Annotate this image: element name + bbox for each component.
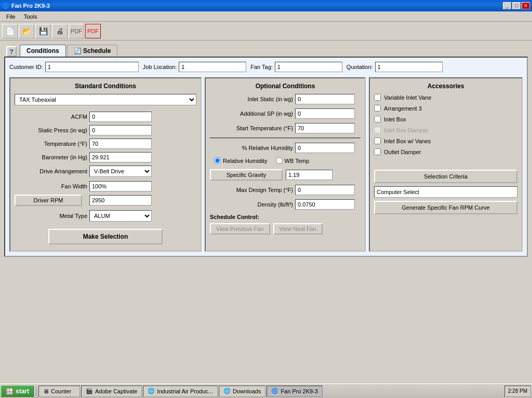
accessory-inlet-box-damper: Inlet Box Damper bbox=[374, 127, 517, 133]
outlet-damper-label: Outlet Damper bbox=[384, 149, 421, 155]
schedule-icon: 🔄 bbox=[74, 47, 82, 54]
app-icon: 🌀 bbox=[2, 3, 9, 9]
temperature-label: Temperature (°F) bbox=[15, 141, 87, 147]
new-button[interactable]: 📄 bbox=[2, 24, 18, 38]
fan-tag-label: Fan Tag: bbox=[250, 64, 273, 70]
accessory-variable-inlet-vane: Variable Inlet Vane bbox=[374, 94, 517, 101]
fan-type-dropdown[interactable]: TAX Tubeaxial bbox=[15, 94, 196, 105]
inlet-box-label: Inlet Box bbox=[384, 116, 406, 122]
minimize-button[interactable]: _ bbox=[503, 2, 511, 9]
generate-curve-button[interactable]: Generate Specific Fan RPM Curve bbox=[374, 201, 517, 214]
acfm-input[interactable] bbox=[89, 112, 152, 122]
view-next-fan-button[interactable]: View Next Fan bbox=[273, 223, 323, 235]
static-press-label: Static Press (in wg) bbox=[15, 127, 87, 133]
main-area: ? Conditions 🔄 Schedule Customer ID: Job… bbox=[0, 40, 532, 261]
drive-arrangement-label: Drive Arrangement bbox=[15, 168, 87, 174]
additional-sp-label: Additional SP (in wg) bbox=[210, 111, 293, 117]
fan-tag-input[interactable] bbox=[275, 62, 342, 72]
specific-gravity-button[interactable]: Specific Gravity bbox=[210, 169, 283, 181]
max-design-temp-label: Max Design Temp (°F) bbox=[210, 187, 293, 193]
help-button[interactable]: ? bbox=[6, 46, 17, 57]
window-title: Fan Pro 2K9-3 bbox=[11, 3, 50, 9]
open-button[interactable]: 📂 bbox=[19, 24, 34, 38]
pct-relative-humidity-input[interactable] bbox=[295, 143, 355, 153]
quotation-label: Quotation: bbox=[347, 64, 373, 70]
menu-tools[interactable]: Tools bbox=[20, 12, 42, 21]
fan-width-label: Fan Width bbox=[15, 183, 87, 189]
wb-temp-radio-label[interactable]: WB Temp bbox=[276, 157, 309, 164]
inlet-box-vanes-checkbox[interactable] bbox=[374, 138, 381, 144]
pct-relative-humidity-label: % Relative Humidity bbox=[210, 145, 293, 151]
schedule-control: Schedule Control: View Previous Fan View… bbox=[210, 214, 361, 235]
pdf-button[interactable]: PDF bbox=[69, 24, 84, 38]
inlet-static-label: Inlet Static (in wg) bbox=[210, 96, 293, 102]
metal-type-label: Metal Type bbox=[15, 213, 87, 219]
make-selection-button[interactable]: Make Selection bbox=[48, 229, 163, 244]
view-previous-fan-button[interactable]: View Previous Fan bbox=[210, 223, 270, 235]
computer-select-field[interactable] bbox=[374, 186, 517, 198]
arrangement-3-checkbox[interactable] bbox=[374, 105, 381, 112]
inlet-static-input[interactable] bbox=[295, 94, 355, 104]
menu-bar: File Tools bbox=[0, 11, 532, 22]
job-location-input[interactable] bbox=[179, 62, 246, 72]
schedule-control-label: Schedule Control: bbox=[210, 214, 361, 220]
menu-file[interactable]: File bbox=[2, 12, 20, 21]
standard-conditions-panel: Standard Conditions TAX Tubeaxial ACFM S… bbox=[9, 77, 202, 252]
accessory-inlet-box-vanes: Inlet Box w/ Vanes bbox=[374, 138, 517, 144]
variable-inlet-vane-checkbox[interactable] bbox=[374, 94, 381, 101]
accessories-title: Accessories bbox=[374, 83, 517, 90]
static-press-input[interactable] bbox=[89, 125, 152, 135]
driver-rpm-input[interactable] bbox=[89, 195, 152, 205]
wb-temp-radio[interactable] bbox=[276, 157, 283, 164]
accessory-inlet-box: Inlet Box bbox=[374, 116, 517, 122]
toolbar: 📄 📂 💾 🖨 PDF PDF bbox=[0, 22, 532, 40]
save-button[interactable]: 💾 bbox=[35, 24, 51, 38]
tab-conditions[interactable]: Conditions bbox=[20, 45, 66, 57]
fan-width-input[interactable] bbox=[89, 181, 152, 191]
standard-conditions-title: Standard Conditions bbox=[15, 83, 196, 90]
inlet-box-vanes-label: Inlet Box w/ Vanes bbox=[384, 138, 431, 144]
inlet-box-damper-checkbox bbox=[374, 127, 381, 133]
print-button[interactable]: 🖨 bbox=[52, 24, 68, 38]
additional-sp-input[interactable] bbox=[295, 108, 355, 119]
tab-schedule[interactable]: 🔄 Schedule bbox=[67, 45, 118, 57]
optional-conditions-title: Optional Conditions bbox=[210, 83, 361, 90]
metal-type-dropdown[interactable]: ALUM bbox=[89, 210, 152, 222]
driver-rpm-button[interactable]: Driver RPM bbox=[15, 195, 82, 206]
relative-humidity-radio[interactable] bbox=[214, 157, 221, 164]
selection-criteria-button[interactable]: Selection Criteria bbox=[374, 170, 517, 183]
density-label: Density (lb/ft³) bbox=[210, 201, 293, 208]
red-pdf-button[interactable]: PDF bbox=[85, 24, 101, 38]
inlet-box-checkbox[interactable] bbox=[374, 116, 381, 122]
top-fields-row: Customer ID: Job Location: Fan Tag: Quot… bbox=[9, 62, 523, 72]
tab-schedule-label: Schedule bbox=[83, 47, 111, 54]
temperature-input[interactable] bbox=[89, 139, 152, 149]
accessory-arrangement-3: Arrangement 3 bbox=[374, 105, 517, 112]
customer-id-input[interactable] bbox=[45, 62, 139, 72]
max-design-temp-input[interactable] bbox=[295, 185, 355, 195]
inlet-box-damper-label: Inlet Box Damper bbox=[384, 127, 428, 133]
barometer-input[interactable] bbox=[89, 152, 152, 162]
start-temperature-label: Start Temperature (°F) bbox=[210, 125, 293, 131]
close-button[interactable]: ✕ bbox=[522, 2, 530, 9]
relative-humidity-radio-label[interactable]: Relative Humidity bbox=[214, 157, 268, 164]
arrangement-3-label: Arrangement 3 bbox=[384, 105, 422, 112]
accessory-outlet-damper: Outlet Damper bbox=[374, 148, 517, 155]
accessories-panel: Accessories Variable Inlet Vane Arrangem… bbox=[369, 77, 523, 252]
acfm-label: ACFM bbox=[15, 114, 87, 120]
outlet-damper-checkbox[interactable] bbox=[374, 148, 381, 155]
columns-layout: Standard Conditions TAX Tubeaxial ACFM S… bbox=[9, 77, 523, 252]
barometer-label: Barometer (in Hg) bbox=[15, 154, 87, 160]
start-temperature-input[interactable] bbox=[295, 123, 355, 133]
specific-gravity-input[interactable] bbox=[286, 170, 332, 180]
maximize-button[interactable]: □ bbox=[512, 2, 521, 9]
drive-arrangement-dropdown[interactable]: V-Belt Drive bbox=[89, 166, 152, 177]
density-input[interactable] bbox=[295, 199, 355, 210]
tab-conditions-label: Conditions bbox=[26, 47, 59, 54]
title-bar: 🌀 Fan Pro 2K9-3 _ □ ✕ bbox=[0, 0, 532, 11]
variable-inlet-vane-label: Variable Inlet Vane bbox=[384, 94, 431, 101]
content-panel: Customer ID: Job Location: Fan Tag: Quot… bbox=[4, 57, 528, 257]
job-location-label: Job Location: bbox=[143, 64, 177, 70]
optional-conditions-panel: Optional Conditions Inlet Static (in wg)… bbox=[205, 77, 366, 252]
quotation-input[interactable] bbox=[375, 62, 443, 72]
